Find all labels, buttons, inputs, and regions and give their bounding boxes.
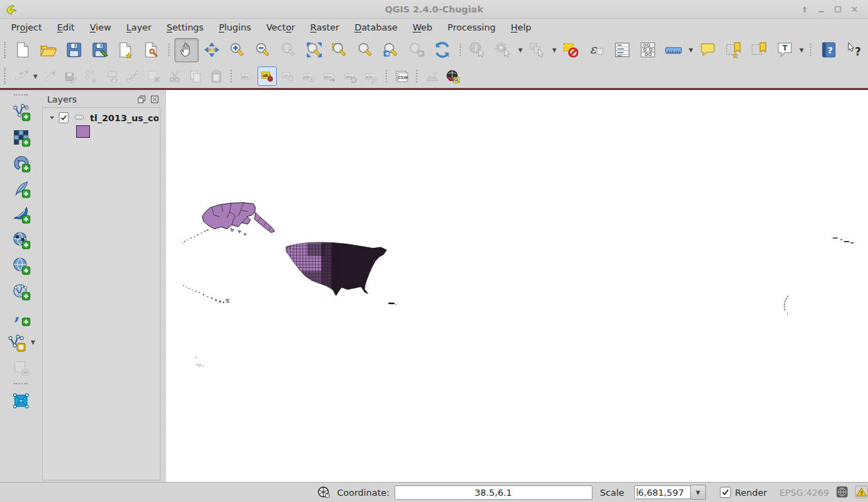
add-mssql-button[interactable]: [9, 202, 33, 226]
new-bookmark-button[interactable]: ★: [721, 38, 745, 62]
panel-splitter[interactable]: [161, 90, 166, 482]
composer-manager-button[interactable]: [139, 38, 163, 62]
zoom-last-button[interactable]: [379, 38, 404, 62]
menu-plugins[interactable]: Plugins: [211, 20, 259, 35]
coordinate-input[interactable]: [395, 485, 593, 500]
folder-open-button[interactable]: [37, 38, 61, 62]
menu-help[interactable]: Help: [503, 20, 539, 35]
add-raster-button[interactable]: [9, 125, 33, 150]
paste-features-button[interactable]: [206, 66, 226, 86]
layer-checkbox[interactable]: [59, 112, 69, 123]
select-expression-button[interactable]: ε: [585, 38, 609, 62]
scale-dropdown-icon[interactable]: ▼: [691, 485, 706, 500]
expand-arrow-icon[interactable]: [48, 114, 55, 122]
label-highlight-pinned-button[interactable]: ab: [257, 66, 277, 86]
toolbar-handle[interactable]: [14, 94, 28, 96]
delete-selected-button[interactable]: [144, 66, 163, 86]
render-toggle[interactable]: Render: [720, 487, 767, 498]
measure-button[interactable]: [662, 38, 686, 62]
labeling-options-button[interactable]: abc: [237, 66, 256, 86]
cut-features-button[interactable]: [165, 66, 184, 86]
text-annotation-button[interactable]: T: [772, 38, 797, 62]
label-move-button[interactable]: abc: [320, 66, 339, 86]
refresh-button[interactable]: [431, 38, 455, 62]
toolbar-handle[interactable]: [4, 42, 6, 58]
add-feature-button[interactable]: ★: [82, 66, 101, 86]
toolbar-handle[interactable]: [4, 68, 6, 84]
text-annotation-dropdown-icon[interactable]: ▼: [797, 47, 806, 53]
osm-search-button[interactable]: [443, 66, 462, 86]
save-as-button[interactable]: [88, 38, 112, 62]
add-wfs-button[interactable]: [9, 279, 33, 303]
add-spatialite-button[interactable]: [9, 177, 33, 201]
node-tool-button[interactable]: [123, 66, 143, 86]
menu-vector[interactable]: Vector: [259, 20, 302, 35]
new-shapefile-button[interactable]: ✱: [4, 330, 28, 355]
window-close-icon[interactable]: [849, 4, 860, 15]
zoom-selection-button[interactable]: [328, 38, 352, 62]
scale-field[interactable]: 6,681,597: [634, 485, 691, 499]
menu-raster[interactable]: Raster: [302, 20, 347, 35]
show-bookmarks-button[interactable]: [747, 38, 771, 62]
label-pin-button[interactable]: ab: [278, 66, 298, 86]
zoom-in-button[interactable]: [226, 38, 250, 62]
zoom-next-button[interactable]: [405, 38, 429, 62]
menu-project[interactable]: Project: [3, 20, 50, 35]
menu-layer[interactable]: Layer: [119, 20, 159, 35]
add-wcs-button[interactable]: [9, 228, 33, 252]
select-features-dropdown-icon[interactable]: ▼: [550, 47, 559, 53]
save-button[interactable]: [62, 38, 87, 62]
file-new-button[interactable]: [11, 38, 35, 62]
current-edits-button[interactable]: [11, 66, 30, 86]
map-tips-button[interactable]: [696, 38, 720, 62]
pan-selection-button[interactable]: [200, 38, 224, 62]
copy-features-button[interactable]: [186, 66, 205, 86]
render-checkbox[interactable]: [720, 487, 731, 498]
select-features-button[interactable]: [525, 38, 550, 62]
field-calculator-button[interactable]: [636, 38, 660, 62]
current-edits-dropdown-icon[interactable]: ▼: [31, 73, 39, 80]
coordinate-toggle-icon[interactable]: [317, 485, 331, 499]
nodes-plugin-button[interactable]: [9, 388, 33, 413]
menu-edit[interactable]: Edit: [50, 20, 82, 35]
toggle-editing-button[interactable]: [40, 66, 60, 86]
add-vector-button[interactable]: [9, 100, 33, 124]
remove-layer-button[interactable]: [9, 356, 33, 380]
whats-this-button[interactable]: ?: [842, 38, 866, 62]
scale-combo[interactable]: 6,681,597 ▼: [634, 485, 706, 499]
pan-button[interactable]: [174, 38, 199, 62]
feature-action-button[interactable]: [491, 38, 516, 62]
window-minimize-icon[interactable]: [816, 4, 826, 15]
menu-processing[interactable]: Processing: [440, 20, 503, 35]
raster-terrain-button[interactable]: [422, 66, 442, 86]
label-change-button[interactable]: abc: [361, 66, 381, 86]
new-shapefile-dropdown-icon[interactable]: ▼: [28, 339, 37, 346]
metasearch-csw-button[interactable]: CSW: [392, 66, 411, 86]
panel-close-icon[interactable]: [150, 95, 159, 104]
menu-web[interactable]: Web: [405, 20, 440, 35]
add-delimited-text-button[interactable]: ,: [9, 305, 33, 329]
identify-button[interactable]: i: [466, 38, 490, 62]
feature-action-dropdown-icon[interactable]: ▼: [516, 47, 525, 53]
menu-database[interactable]: Database: [347, 20, 405, 35]
zoom-full-button[interactable]: [302, 38, 327, 62]
deselect-button[interactable]: [559, 38, 584, 62]
menu-view[interactable]: View: [82, 20, 119, 35]
label-rotate-button[interactable]: abc: [341, 66, 360, 86]
help-contents-button[interactable]: ?: [816, 38, 840, 62]
zoom-actual-button[interactable]: 1:1: [277, 38, 301, 62]
layer-symbol-swatch[interactable]: [76, 125, 90, 138]
layer-name[interactable]: tl_2013_us_co...: [90, 113, 159, 123]
menu-settings[interactable]: Settings: [159, 20, 211, 35]
move-feature-button[interactable]: [102, 66, 122, 86]
add-postgis-button[interactable]: [9, 151, 33, 175]
save-edits-button[interactable]: [61, 66, 80, 86]
measure-dropdown-icon[interactable]: ▼: [687, 47, 695, 53]
map-canvas[interactable]: [166, 90, 868, 482]
layer-row[interactable]: tl_2013_us_co...: [44, 112, 159, 123]
label-show-hide-button[interactable]: abc: [299, 66, 318, 86]
add-wms-button[interactable]: [9, 253, 33, 278]
attribute-table-button[interactable]: [611, 38, 635, 62]
message-log-warning-icon[interactable]: !: [855, 485, 868, 499]
new-composer-button[interactable]: ★: [114, 38, 138, 62]
